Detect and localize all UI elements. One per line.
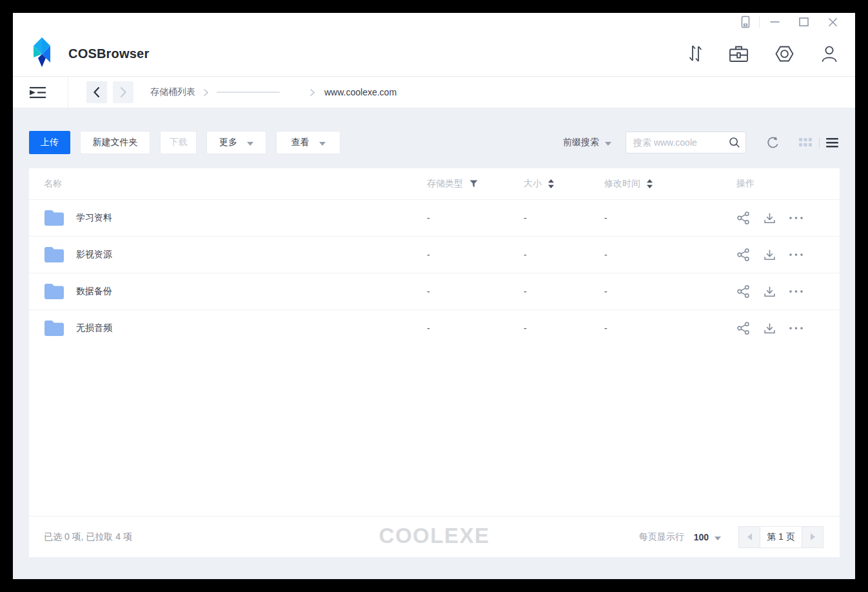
table-header-row: 名称 存储类型 大小 修改时间 [29,168,840,199]
column-header-modified[interactable]: 修改时间 [604,178,640,190]
breadcrumb-chevron-icon [203,88,209,97]
app-title: COSBrowser [68,46,149,61]
view-mode-separator [819,137,820,148]
sort-icon[interactable] [647,179,653,188]
size-value: - [524,213,527,223]
table-empty-space [29,346,840,516]
download-icon[interactable] [763,248,776,262]
main-area: 上传 新建文件夹 下载 更多 查看 前缀搜索 [13,108,855,579]
app-header: COSBrowser [13,31,855,76]
folder-icon [44,282,64,301]
titlebar [13,13,855,31]
table-row: 影视资源 - - - [29,236,840,273]
file-table-panel: 名称 存储类型 大小 修改时间 [29,168,840,557]
next-page-button[interactable] [802,526,824,548]
chevron-down-icon [319,137,326,148]
page-size-select[interactable]: 100 [694,532,721,542]
download-icon[interactable] [763,322,776,335]
refresh-icon[interactable] [765,135,780,150]
modified-value: - [604,323,607,333]
file-name-cell[interactable]: 学习资料 [29,209,427,228]
maximize-icon[interactable] [799,17,809,26]
toolbar-right: 前缀搜索 [563,132,838,153]
breadcrumb-bucket-list[interactable]: 存储桶列表 [150,86,195,98]
current-page-indicator: 第 1 页 [760,526,802,548]
forward-button[interactable] [113,81,133,103]
breadcrumb-current-folder: www.coolexe.com [324,87,397,97]
folder-icon [44,319,64,338]
storage-type-value: - [427,323,430,333]
share-icon[interactable] [736,211,751,225]
chevron-down-icon [605,137,611,148]
upload-button[interactable]: 上传 [29,131,70,154]
chevron-down-icon [247,137,253,148]
back-button[interactable] [86,81,107,103]
more-actions-icon[interactable] [789,253,804,257]
search-input[interactable] [626,132,746,153]
more-button[interactable]: 更多 [206,131,266,154]
share-icon[interactable] [736,321,751,335]
column-header-name[interactable]: 名称 [44,178,62,190]
file-name-cell[interactable]: 数据备份 [29,282,427,301]
size-value: - [524,323,527,333]
search-mode-label: 前缀搜索 [563,137,599,148]
folder-icon [44,209,64,228]
file-name-cell[interactable]: 影视资源 [29,246,427,264]
file-name-cell[interactable]: 无损音频 [29,319,427,338]
new-folder-button[interactable]: 新建文件夹 [80,131,150,154]
page-size-label: 每页显示行 [639,531,684,543]
close-icon[interactable] [828,17,838,27]
download-icon[interactable] [763,212,776,225]
breadcrumb-bucket-redacted[interactable] [217,92,280,93]
minimize-icon[interactable] [770,21,780,23]
sidebar-toggle-icon[interactable] [29,86,46,99]
storage-type-value: - [427,250,430,260]
view-button[interactable]: 查看 [276,131,340,154]
view-button-label: 查看 [291,137,310,148]
search-mode-select[interactable]: 前缀搜索 [563,137,611,148]
folder-name: 无损音频 [76,322,112,334]
pagination: 每页显示行 100 第 1 页 [639,526,840,548]
share-icon[interactable] [736,284,751,299]
table-footer: 已选 0 项, 已拉取 4 项 COOLEXE 每页显示行 100 第 1 页 [29,516,840,557]
storage-type-value: - [427,286,430,297]
search-icon[interactable] [729,137,740,151]
filter-icon[interactable] [469,180,478,188]
modified-value: - [604,286,607,297]
folder-icon [44,246,64,264]
table-row: 数据备份 - - - [29,273,840,310]
grid-view-icon[interactable] [799,138,813,147]
more-actions-icon[interactable] [789,216,804,220]
table-row: 学习资料 - - - [29,199,840,236]
pager: 第 1 页 [738,526,824,548]
download-button: 下载 [160,131,197,154]
toolbar: 上传 新建文件夹 下载 更多 查看 前缀搜索 [29,131,838,154]
table-row: 无损音频 - - - [29,310,840,346]
transfer-list-icon[interactable] [687,43,703,64]
sort-icon[interactable] [548,179,554,188]
column-header-actions: 操作 [736,178,755,190]
download-icon[interactable] [763,285,776,299]
toolbox-icon[interactable] [729,45,749,63]
app-logo [29,36,60,71]
column-header-storage-type[interactable]: 存储类型 [427,178,463,190]
folder-name: 学习资料 [76,212,112,224]
storage-type-value: - [427,213,430,223]
modified-value: - [604,213,607,223]
selection-status: 已选 0 项, 已拉取 4 项 [29,531,132,543]
chevron-down-icon [715,532,721,542]
breadcrumb: 存储桶列表 www.coolexe.com [150,86,397,98]
search-box [626,132,746,153]
share-icon[interactable] [736,248,751,262]
size-value: - [524,286,527,297]
size-value: - [524,250,527,260]
mobile-preview-icon[interactable] [741,15,750,28]
more-actions-icon[interactable] [789,326,804,330]
settings-icon[interactable] [774,44,794,63]
prev-page-button[interactable] [738,526,760,548]
page-size-value: 100 [694,532,709,542]
more-actions-icon[interactable] [789,290,804,293]
account-icon[interactable] [820,44,838,63]
column-header-size[interactable]: 大小 [524,178,542,190]
list-view-icon[interactable] [826,138,838,148]
